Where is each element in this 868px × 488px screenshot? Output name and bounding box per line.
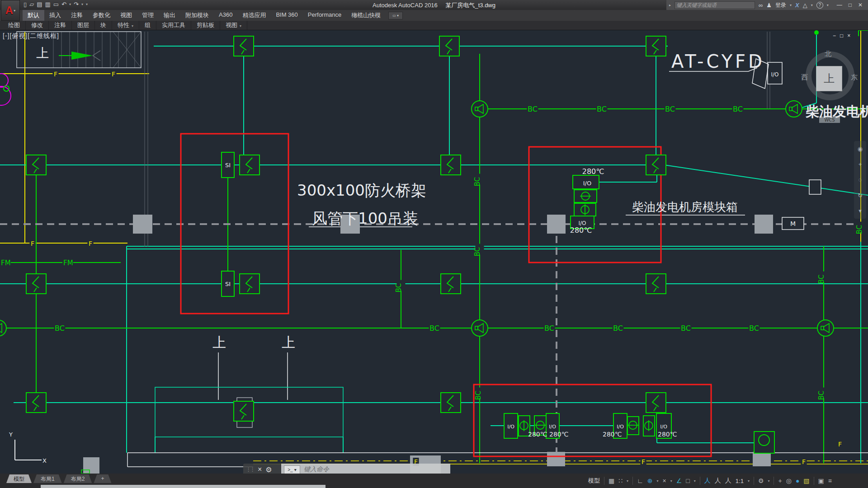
panel-utilities[interactable]: 实用工具	[156, 21, 191, 30]
model-space-button[interactable]: 模型	[588, 477, 600, 485]
annotation-scale-dropdown-icon[interactable]: ▾	[748, 479, 750, 483]
help-icon[interactable]: ?	[816, 2, 823, 9]
switch-symbol	[646, 36, 666, 56]
tab-performance[interactable]: Performance	[303, 10, 346, 21]
steering-wheel-icon[interactable]: ◉	[858, 145, 863, 152]
sign-in-button[interactable]: 登录	[775, 1, 786, 9]
viewcube-north-label[interactable]: 北	[825, 50, 831, 58]
panel-clipboard[interactable]: 剪贴板	[191, 21, 220, 30]
grid-toggle[interactable]: ▦	[609, 477, 614, 484]
cad-text: BC	[473, 177, 481, 187]
recent-commands-caret-icon[interactable]: ▾	[294, 467, 297, 472]
viewport-restore-icon[interactable]: □	[840, 33, 843, 39]
viewcube-east-label[interactable]: 东	[851, 73, 858, 82]
panel-groups[interactable]: 组	[139, 21, 156, 30]
exchange-apps-icon[interactable]: X	[795, 2, 799, 9]
flyout-arrow-icon[interactable]: ▾	[240, 24, 241, 28]
isolate-objects-button[interactable]: ◎	[786, 477, 792, 484]
tab-annotate[interactable]: 注释	[66, 10, 88, 21]
cad-text: BC	[665, 105, 675, 113]
sign-in-dropdown-icon[interactable]: ▾	[790, 3, 792, 7]
panel-layers[interactable]: 图层	[72, 21, 95, 30]
separator	[700, 477, 700, 485]
panel-block[interactable]: 块	[95, 21, 112, 30]
tab-default[interactable]: 默认	[23, 10, 44, 21]
search-icon[interactable]: ∞	[759, 2, 763, 9]
command-customize-icon[interactable]: ⚙	[265, 465, 272, 474]
tab-addins[interactable]: 附加模块	[180, 10, 214, 21]
snap-toggle[interactable]: ∷	[618, 477, 623, 484]
polar-tracking-toggle[interactable]: ⊕	[647, 477, 653, 484]
panel-modify[interactable]: 修改	[26, 21, 49, 30]
restore-button[interactable]: □	[849, 2, 852, 8]
drag-grip-icon[interactable]: ⋮⋮	[246, 467, 254, 473]
tab-insert[interactable]: 插入	[44, 10, 66, 21]
object-snap-tracking-toggle[interactable]: ×	[663, 477, 666, 484]
search-expand-icon[interactable]: ▸	[669, 3, 671, 7]
command-close-icon[interactable]: ×	[258, 465, 262, 474]
user-icon[interactable]: ♟	[766, 2, 772, 9]
separator	[604, 477, 604, 485]
tab-layout2[interactable]: 布局2	[64, 474, 92, 483]
graphics-performance-toggle[interactable]: ●	[796, 477, 799, 484]
panel-draw[interactable]: 绘图	[3, 21, 26, 30]
osnap-dropdown-icon[interactable]: ▾	[694, 479, 696, 483]
isodraft-toggle[interactable]: ∠	[676, 477, 682, 484]
annotation-scale-value[interactable]: 1:1	[736, 478, 744, 484]
workspace-switcher[interactable]: ⚙	[758, 477, 764, 484]
panel-properties[interactable]: 特性▾	[112, 21, 139, 30]
performance-tuner-icon[interactable]: ▧	[803, 477, 809, 484]
viewcube[interactable]: 北 西 东 上	[802, 43, 859, 100]
ortho-toggle[interactable]: ∟	[637, 477, 643, 484]
cad-text: F	[31, 240, 34, 247]
tab-layout1[interactable]: 布局1	[33, 474, 62, 483]
workspace-dropdown-icon[interactable]: ▾	[768, 479, 769, 483]
cad-text: WCS	[824, 117, 835, 122]
app-menu-button[interactable]: A ▾	[1, 0, 20, 21]
object-snap-toggle[interactable]: □	[686, 477, 689, 484]
panel-annotate[interactable]: 注释	[49, 21, 72, 30]
tab-bim360[interactable]: BIM 360	[271, 10, 302, 21]
tab-parametric[interactable]: 参数化	[88, 10, 115, 21]
tab-a360[interactable]: A360	[214, 10, 237, 21]
annotation-scale-icon[interactable]: 人	[725, 477, 731, 485]
annotation-autoscale-toggle[interactable]: 人	[715, 477, 721, 485]
cad-text: F	[642, 458, 645, 465]
annotation-monitor-toggle[interactable]: +	[778, 477, 782, 484]
tab-view[interactable]: 视图	[115, 10, 137, 21]
switch-symbol	[646, 393, 666, 413]
panel-view[interactable]: 视图▾	[220, 21, 247, 30]
help-search-input[interactable]: 键入关键字或短语	[675, 1, 755, 9]
viewcube-top-face[interactable]: 上	[816, 66, 842, 91]
polar-dropdown-icon[interactable]: ▾	[657, 479, 659, 483]
tab-add-layout[interactable]: +	[94, 474, 111, 483]
tab-output[interactable]: 输出	[159, 10, 180, 21]
fullscreen-toggle[interactable]: ▣	[818, 477, 824, 484]
speaker-symbol	[0, 320, 6, 336]
navbar-more-icon[interactable]: ▾	[859, 207, 862, 214]
customize-button[interactable]: ≡	[828, 477, 832, 484]
a360-icon[interactable]: △	[803, 2, 807, 9]
zoom-icon[interactable]: ◌	[859, 176, 862, 183]
otrack-dropdown-icon[interactable]: ▾	[670, 479, 672, 483]
viewcube-west-label[interactable]: 西	[801, 73, 808, 82]
orbit-icon[interactable]: ↻	[858, 192, 863, 199]
close-button[interactable]: ✕	[858, 2, 863, 8]
snap-dropdown-icon[interactable]: ▾	[627, 479, 628, 483]
help-dropdown-icon[interactable]: ▾	[827, 3, 829, 7]
viewport-minimize-icon[interactable]: −	[833, 33, 836, 39]
flyout-arrow-icon[interactable]: ▾	[132, 24, 133, 28]
recent-commands-chip[interactable]: >_ ▾	[284, 465, 300, 474]
tab-ganlanshan[interactable]: 橄榄山快模	[346, 10, 386, 21]
switch-symbol	[26, 155, 46, 175]
pan-icon[interactable]: +	[859, 161, 862, 168]
ribbon-cycle-button[interactable]: ▭ ▾	[388, 12, 403, 19]
viewport-close-icon[interactable]: ×	[847, 33, 850, 39]
annotation-visibility-toggle[interactable]: 人	[704, 477, 711, 485]
tab-featured-apps[interactable]: 精选应用	[237, 10, 271, 21]
minimize-button[interactable]: —	[837, 2, 842, 8]
a360-dropdown-icon[interactable]: ▾	[811, 3, 813, 7]
viewport-controls[interactable]: [-][俯视][二维线框]	[3, 32, 59, 40]
tab-model[interactable]: 模型	[6, 474, 32, 483]
tab-manage[interactable]: 管理	[137, 10, 159, 21]
